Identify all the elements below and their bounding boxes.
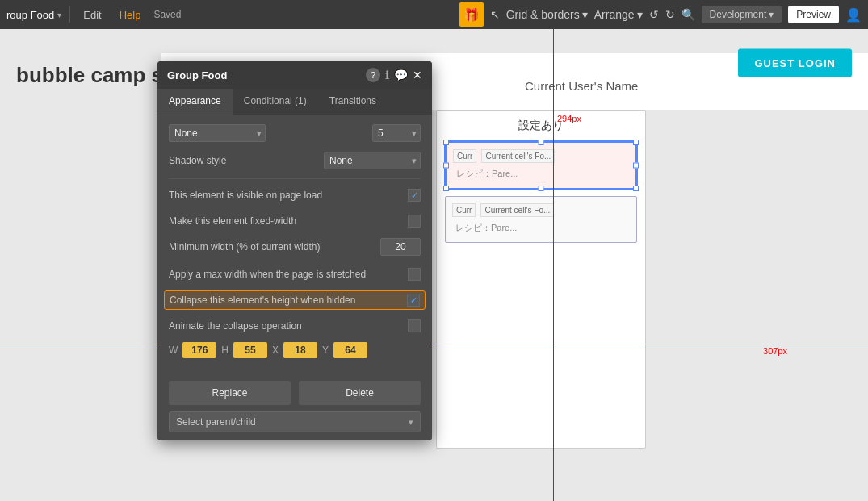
card-recipe-2: レシピ：Pare... xyxy=(452,220,630,236)
card-header: 設定あり xyxy=(445,119,637,133)
select-parent-label: Select parent/child xyxy=(176,416,409,428)
handle-br xyxy=(633,186,639,191)
card-item-normal[interactable]: Curr Current cell's Fo... レシピ：Pare... xyxy=(445,196,637,243)
handle-tc xyxy=(539,140,544,145)
redo-icon[interactable]: ↻ xyxy=(665,8,675,21)
panel-header: Group Food ? ℹ 💬 ✕ xyxy=(157,61,432,89)
development-button[interactable]: Development ▾ xyxy=(702,6,782,23)
grid-borders-button[interactable]: Grid & borders ▾ xyxy=(506,8,588,21)
shadow-select-wrap[interactable]: None xyxy=(324,152,421,169)
card-cell-4: Current cell's Fo... xyxy=(480,203,554,217)
select-parent-row[interactable]: Select parent/child ▾ xyxy=(169,411,421,432)
guide-line-horizontal xyxy=(0,344,868,344)
animate-collapse-row[interactable]: Animate the collapse operation xyxy=(169,316,421,336)
user-icon[interactable]: 👤 xyxy=(845,7,862,23)
x-input[interactable] xyxy=(283,342,317,358)
shadow-style-label: Shadow style xyxy=(169,155,317,166)
visibility-row[interactable]: This element is visible on page load ✓ xyxy=(169,186,421,205)
undo-icon[interactable]: ↺ xyxy=(649,8,659,21)
select-parent-chevron-icon: ▾ xyxy=(409,417,413,428)
visibility-checkbox[interactable]: ✓ xyxy=(408,189,421,202)
handle-tl xyxy=(443,140,449,145)
collapse-row[interactable]: Collapse this element's height when hidd… xyxy=(164,290,426,310)
divider-1 xyxy=(169,178,421,179)
guide-line-vertical xyxy=(553,29,554,501)
toolbar: roup Food ▾ Edit Help Saved 🎁 ↖ Grid & b… xyxy=(0,0,868,29)
toolbar-right: 🎁 ↖ Grid & borders ▾ Arrange ▾ ↺ ↻ 🔍 Dev… xyxy=(459,2,862,27)
animate-label: Animate the collapse operation xyxy=(169,320,401,332)
panel-none-row: None 5 xyxy=(169,123,421,143)
app-chevron-icon: ▾ xyxy=(57,10,61,19)
panel-header-icons: ? ℹ 💬 ✕ xyxy=(366,68,422,82)
five-select-wrap[interactable]: 5 xyxy=(372,124,421,142)
card-item-row-1: Curr Current cell's Fo... xyxy=(453,149,629,163)
panel-chat-icon[interactable]: 💬 xyxy=(394,69,408,81)
gift-icon[interactable]: 🎁 xyxy=(459,2,484,27)
canvas-area: bubble camp s Current User's Name GUEST … xyxy=(0,29,868,501)
max-width-label: Apply a max width when the page is stret… xyxy=(169,269,401,280)
page-title: bubble camp s xyxy=(16,63,163,88)
handle-ml xyxy=(443,163,449,169)
max-width-checkbox[interactable] xyxy=(408,268,421,281)
content-card: 設定あり Curr Current cell's Fo... レシピ：Pare.… xyxy=(436,110,646,449)
replace-button[interactable]: Replace xyxy=(169,381,291,405)
y-label: Y xyxy=(322,344,329,356)
fixed-width-checkbox[interactable] xyxy=(408,215,421,228)
five-select[interactable]: 5 xyxy=(372,124,421,142)
max-width-row[interactable]: Apply a max width when the page is stret… xyxy=(169,265,421,284)
animate-checkbox[interactable] xyxy=(408,319,421,332)
panel-help-icon[interactable]: ? xyxy=(366,68,380,82)
properties-panel: Group Food ? ℹ 💬 ✕ Appearance Conditiona… xyxy=(157,61,432,440)
collapse-label: Collapse this element's height when hidd… xyxy=(170,294,400,306)
handle-bc xyxy=(539,186,544,191)
min-width-label: Minimum width (% of current width) xyxy=(169,241,374,253)
w-label: W xyxy=(169,344,178,356)
h-label: H xyxy=(221,344,229,356)
none-select-wrap[interactable]: None xyxy=(169,124,266,142)
card-cell-2: Current cell's Fo... xyxy=(481,149,555,163)
search-icon[interactable]: 🔍 xyxy=(681,8,695,21)
saved-status: Saved xyxy=(153,9,181,20)
h-input[interactable] xyxy=(233,342,267,358)
shadow-style-row: Shadow style None xyxy=(169,151,421,170)
panel-close-icon[interactable]: ✕ xyxy=(413,69,422,81)
card-cell-1: Curr xyxy=(453,149,476,163)
collapse-checkbox[interactable]: ✓ xyxy=(407,294,420,307)
action-row: Replace Delete xyxy=(169,381,421,405)
user-name: Current User's Name xyxy=(525,79,638,93)
visibility-label: This element is visible on page load xyxy=(169,190,401,201)
fixed-width-label: Make this element fixed-width xyxy=(169,215,401,227)
px-label-horizontal: 307px xyxy=(763,346,787,356)
help-button[interactable]: Help xyxy=(115,9,146,21)
card-item-selected[interactable]: Curr Current cell's Fo... レシピ：Pare... xyxy=(445,141,637,190)
card-recipe-1: レシピ：Pare... xyxy=(453,166,629,182)
wxyz-row: W H X Y xyxy=(169,342,421,358)
card-cell-3: Curr xyxy=(452,203,476,217)
card-item-row-2: Curr Current cell's Fo... xyxy=(452,203,630,217)
app-name[interactable]: roup Food ▾ xyxy=(6,9,61,21)
x-label: X xyxy=(272,344,279,356)
panel-tabs: Appearance Conditional (1) Transitions xyxy=(157,89,432,115)
min-width-row: Minimum width (% of current width) xyxy=(169,237,421,257)
cursor-icon[interactable]: ↖ xyxy=(490,8,500,21)
panel-title: Group Food xyxy=(167,69,359,81)
panel-body: None 5 Shadow style None xyxy=(157,115,432,374)
none-select[interactable]: None xyxy=(169,124,266,142)
min-width-input[interactable] xyxy=(380,238,421,256)
fixed-width-row[interactable]: Make this element fixed-width xyxy=(169,211,421,231)
toolbar-separator xyxy=(69,6,70,23)
handle-mr xyxy=(633,163,639,169)
tab-transitions[interactable]: Transitions xyxy=(318,89,388,115)
panel-info-icon[interactable]: ℹ xyxy=(385,69,389,81)
w-input[interactable] xyxy=(182,342,216,358)
y-input[interactable] xyxy=(333,342,367,358)
shadow-select[interactable]: None xyxy=(324,152,421,169)
tab-conditional[interactable]: Conditional (1) xyxy=(233,89,318,115)
arrange-button[interactable]: Arrange ▾ xyxy=(594,8,643,21)
tab-appearance[interactable]: Appearance xyxy=(157,89,233,115)
delete-button[interactable]: Delete xyxy=(299,381,421,405)
preview-button[interactable]: Preview xyxy=(788,6,839,23)
edit-button[interactable]: Edit xyxy=(78,9,106,21)
guest-login-button[interactable]: GUEST LOGIN xyxy=(738,49,852,77)
handle-tr xyxy=(633,140,639,145)
